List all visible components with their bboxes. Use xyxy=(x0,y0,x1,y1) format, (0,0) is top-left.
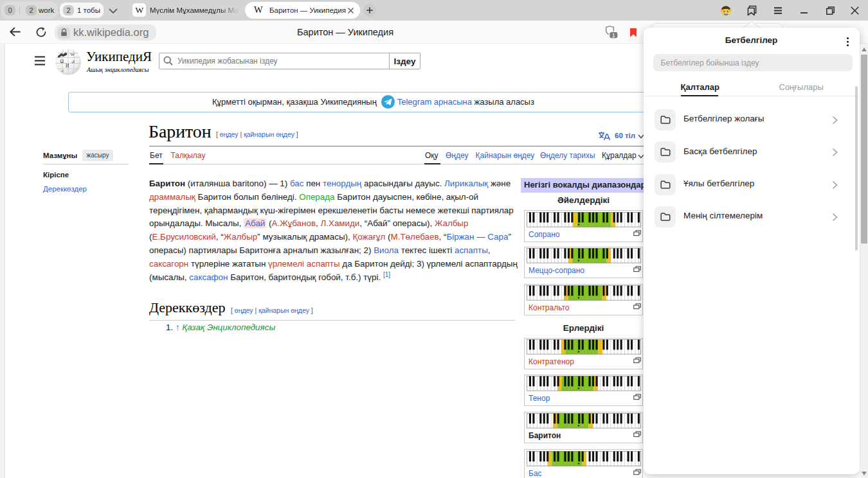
svg-text:1: 1 xyxy=(612,32,615,39)
svg-text:W: W xyxy=(71,52,75,57)
svg-text:И: И xyxy=(66,62,69,68)
svg-text:Ω: Ω xyxy=(60,58,64,64)
svg-text:ي: ي xyxy=(71,58,75,64)
